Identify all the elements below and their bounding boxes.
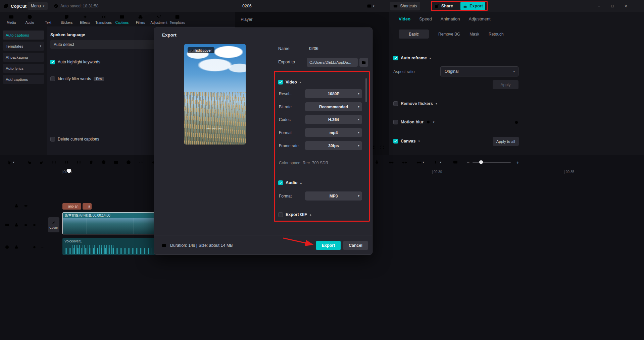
zoom-slider[interactable]: [473, 162, 511, 163]
inspector-tab-speed[interactable]: Speed: [419, 16, 432, 21]
inspector-subtab-retouch[interactable]: Retouch: [489, 32, 504, 37]
tab-effects[interactable]: Effects: [76, 13, 94, 26]
maximize-button[interactable]: □: [607, 0, 618, 12]
tab-transitions[interactable]: Transitions: [94, 13, 113, 26]
crop-tool-button[interactable]: [112, 158, 120, 167]
name-value[interactable]: 0206: [309, 46, 318, 51]
reset-icon[interactable]: [514, 120, 519, 125]
lock-icon[interactable]: [14, 245, 19, 249]
more-options-icon[interactable]: [40, 245, 45, 249]
inspector-tab-video[interactable]: Video: [399, 16, 410, 21]
speaker-icon[interactable]: [32, 245, 37, 249]
split-right-button[interactable]: [75, 158, 83, 167]
split-button[interactable]: [62, 158, 71, 167]
inspector-tab-adjustment[interactable]: Adjustment: [469, 16, 491, 21]
sidebar-item-ai-packaging[interactable]: AI packaging: [3, 53, 44, 62]
tab-text[interactable]: Text: [39, 13, 57, 26]
chevron-up-icon[interactable]: ▴: [300, 181, 302, 184]
layout-switch-button[interactable]: ▾: [366, 0, 375, 12]
inspector-tab-animation[interactable]: Animation: [441, 16, 460, 21]
track-toggle-1-button[interactable]: [387, 158, 395, 167]
framerate-select[interactable]: 30fps▾: [305, 141, 362, 150]
identify-filler-checkbox[interactable]: [50, 76, 55, 81]
inspector-subtab-mask[interactable]: Mask: [469, 32, 479, 37]
menu-button[interactable]: Menu ▾: [28, 2, 48, 10]
player-fullscreen-icon[interactable]: [380, 145, 385, 150]
apply-to-all-button[interactable]: Apply to all: [493, 137, 519, 146]
delete-button[interactable]: [87, 158, 96, 167]
motion-blur-checkbox[interactable]: [393, 120, 398, 124]
sidebar-item-add-captions[interactable]: Add captions: [3, 75, 44, 84]
bitrate-select[interactable]: Recommended▾: [305, 102, 362, 111]
minimize-button[interactable]: −: [593, 0, 605, 12]
tab-media[interactable]: Media: [2, 13, 20, 26]
remove-flickers-checkbox[interactable]: [393, 101, 398, 106]
caption-clip-1[interactable]: ano an: [62, 203, 81, 210]
export-button-topbar[interactable]: Export: [460, 2, 485, 10]
aspect-ratio-select[interactable]: Original ▾: [440, 66, 518, 76]
dialog-scrollbar-thumb[interactable]: [365, 78, 367, 102]
eye-icon[interactable]: [23, 223, 28, 227]
tab-audio[interactable]: Audio: [20, 13, 39, 26]
delete-captions-checkbox[interactable]: [50, 137, 55, 141]
split-left-button[interactable]: [50, 158, 58, 167]
chevron-down-icon[interactable]: ▾: [418, 140, 420, 143]
cancel-button[interactable]: Cancel: [343, 241, 368, 250]
browse-folder-button[interactable]: [359, 58, 368, 67]
select-tool-button[interactable]: ▾: [4, 158, 17, 167]
sidebar-item-auto-lyrics[interactable]: Auto lyrics: [3, 64, 44, 73]
speed-tool-button[interactable]: [124, 158, 133, 167]
canvas-checkbox[interactable]: [393, 139, 398, 144]
speaker-icon[interactable]: [32, 223, 37, 227]
zoom-slider-handle[interactable]: [479, 160, 483, 164]
resolution-select[interactable]: 1080P▾: [305, 89, 362, 98]
redo-button[interactable]: [37, 158, 46, 167]
auto-reframe-checkbox[interactable]: [393, 56, 398, 60]
mask-tool-button[interactable]: [99, 158, 108, 167]
player-menu-icon[interactable]: [378, 17, 384, 22]
close-button[interactable]: ×: [620, 0, 632, 12]
zoom-out-button[interactable]: −: [464, 158, 473, 167]
chevron-down-icon[interactable]: ▾: [433, 121, 435, 124]
more-options-icon[interactable]: [40, 223, 45, 227]
shortcuts-button[interactable]: Shortcuts: [390, 2, 420, 10]
apply-button[interactable]: Apply: [493, 80, 518, 89]
chevron-up-icon[interactable]: ▴: [300, 81, 301, 84]
lock-icon[interactable]: [14, 223, 19, 227]
audio-format-select[interactable]: MP3▾: [305, 191, 362, 201]
tab-templates[interactable]: Templates: [168, 13, 187, 26]
inspector-subtab-removebg[interactable]: Remove BG: [438, 32, 460, 37]
tab-stickers[interactable]: Stickers: [57, 13, 76, 26]
lock-icon[interactable]: [14, 204, 19, 208]
format-select[interactable]: mp4▾: [305, 128, 362, 137]
cover-button[interactable]: Cover: [48, 217, 59, 232]
export-to-path[interactable]: C:/Users/DELL/AppDa...: [307, 58, 358, 67]
track-toggle-2-button[interactable]: [400, 158, 409, 167]
sidebar-item-auto-captions[interactable]: Auto captions: [3, 31, 44, 40]
sidebar-item-templates[interactable]: Templates▾: [3, 42, 44, 51]
undo-button[interactable]: [25, 158, 34, 167]
eye-icon[interactable]: [23, 204, 28, 208]
chevron-up-icon[interactable]: ▴: [310, 213, 311, 216]
export-confirm-button[interactable]: Export: [316, 241, 341, 250]
track-toggle-3-button[interactable]: ▾: [413, 158, 427, 167]
edit-cover-button[interactable]: Edit cover: [188, 47, 214, 53]
tab-adjustment[interactable]: Adjustment: [150, 13, 168, 26]
codec-select[interactable]: H.264▾: [305, 115, 362, 124]
tab-captions[interactable]: Captions: [113, 13, 131, 26]
export-gif-checkbox[interactable]: [278, 212, 283, 217]
trim-mode-button[interactable]: ▾: [431, 158, 444, 167]
tab-filters[interactable]: Filters: [131, 13, 150, 26]
timeline-settings-button[interactable]: [451, 158, 460, 167]
video-checkbox[interactable]: [278, 80, 283, 84]
chevron-down-icon[interactable]: ▾: [436, 102, 437, 105]
auto-highlight-checkbox[interactable]: [50, 60, 55, 64]
share-button[interactable]: Share: [434, 0, 453, 12]
playhead-line[interactable]: [69, 173, 69, 279]
inspector-subtab-basic[interactable]: Basic: [399, 30, 429, 39]
caption-clip-2[interactable]: a: [83, 203, 92, 210]
audio-checkbox[interactable]: [278, 180, 283, 185]
audio-clip[interactable]: Voiceover1: [62, 238, 155, 255]
record-voiceover-button[interactable]: [373, 158, 381, 167]
chevron-up-icon[interactable]: ▴: [430, 57, 431, 60]
